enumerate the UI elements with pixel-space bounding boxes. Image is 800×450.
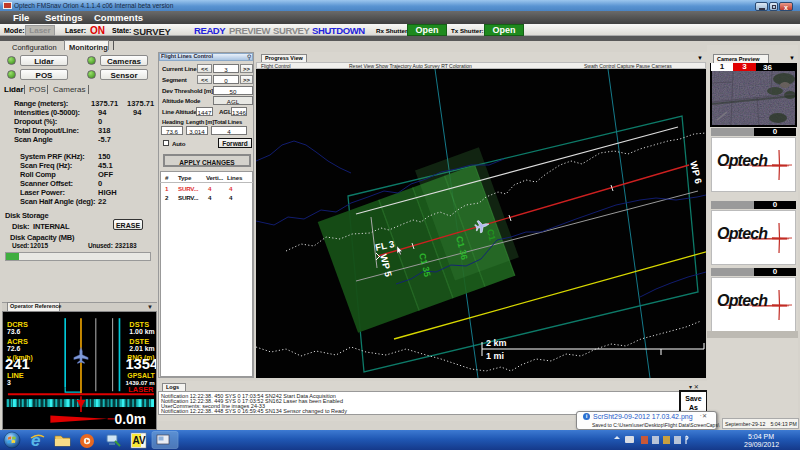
svg-text:Optech: Optech	[717, 225, 768, 242]
svg-text:Optech: Optech	[717, 292, 768, 309]
svg-text:73.6: 73.6	[7, 328, 21, 335]
svg-text:3: 3	[7, 379, 11, 386]
svg-text:241: 241	[5, 356, 30, 372]
svg-text:1.00 km: 1.00 km	[129, 328, 154, 335]
svg-text:0.0m: 0.0m	[115, 411, 146, 427]
svg-text:GPSALT: GPSALT	[127, 372, 155, 379]
svg-text:72.6: 72.6	[7, 345, 21, 352]
svg-text:29/09/2012: 29/09/2012	[744, 441, 779, 448]
svg-text:5:04 PM: 5:04 PM	[748, 433, 774, 440]
svg-text:2.01 km: 2.01 km	[129, 345, 154, 352]
svg-text:2 km: 2 km	[486, 338, 507, 348]
svg-text:e: e	[31, 431, 40, 450]
svg-text:LASER: LASER	[128, 385, 154, 394]
svg-text:1 mi: 1 mi	[486, 351, 504, 361]
svg-text:Optech: Optech	[717, 152, 768, 169]
svg-text:AV: AV	[133, 435, 146, 446]
svg-text:1354: 1354	[125, 356, 157, 372]
